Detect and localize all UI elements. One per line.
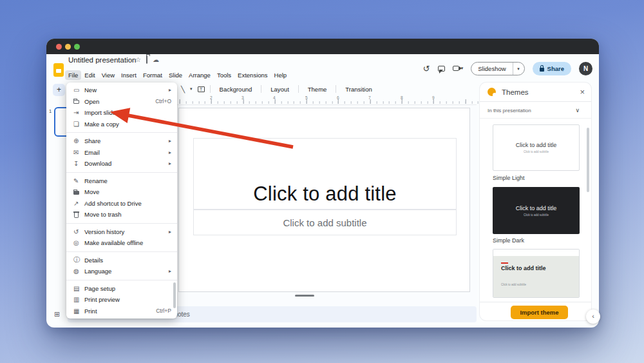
star-icon[interactable]: ☆ — [135, 56, 141, 63]
menu-item-move-to-trash[interactable]: Move to trash — [66, 209, 177, 221]
share-icon: ⊕ — [73, 137, 84, 144]
layout-button[interactable]: Layout — [267, 85, 293, 93]
line-tool-dropdown-icon[interactable]: ▾ — [190, 86, 193, 92]
theme-button[interactable]: Theme — [304, 85, 331, 93]
menu-item-details[interactable]: ⓘ Details — [66, 255, 177, 266]
google-slides-logo-icon[interactable] — [53, 63, 64, 77]
menu-item-new[interactable]: ▭ New ▸ — [66, 84, 177, 96]
menu-item-page-setup[interactable]: ▤ Page setup — [66, 283, 177, 295]
theme-card-third[interactable]: Click to add title Click to add subtitle — [493, 249, 580, 298]
header-right-controls: ↺ ▾ Slideshow ▾ Share N — [423, 54, 592, 83]
theme-card-simple-dark[interactable]: Click to add title Click to add subtitle — [493, 187, 580, 234]
menu-item-print-preview[interactable]: ▥ Print preview — [66, 294, 177, 306]
import-slides-icon: ⇥ — [73, 109, 84, 116]
move-folder-icon[interactable] — [146, 56, 147, 63]
transition-button[interactable]: Transition — [341, 85, 375, 93]
chevron-down-icon: ∨ — [575, 107, 580, 113]
theme-accent-dash — [501, 262, 508, 264]
theme-thumb-title: Click to add title — [516, 142, 557, 148]
themes-panel-header: Themes × — [480, 83, 591, 102]
menu-item-open[interactable]: Open Ctrl+O — [66, 96, 177, 108]
ruler-number: 4 — [273, 95, 276, 100]
close-window-button[interactable] — [56, 44, 62, 50]
menubar-item-edit[interactable]: Edit — [81, 70, 98, 80]
slide-editor[interactable]: Click to add title Click to add subtitle — [178, 108, 470, 292]
text-box-icon[interactable]: T — [198, 86, 205, 92]
new-slide-button[interactable]: + — [53, 84, 65, 96]
title-placeholder[interactable]: Click to add title — [193, 138, 457, 210]
menubar-item-tools[interactable]: Tools — [214, 70, 234, 80]
menu-divider — [66, 280, 177, 280]
theme-name: Simple Dark — [493, 237, 524, 244]
minimize-window-button[interactable] — [65, 44, 71, 50]
shortcut-label: Ctrl+O — [155, 98, 171, 104]
trash-icon — [73, 211, 84, 218]
menubar-item-extensions[interactable]: Extensions — [234, 70, 270, 80]
menu-item-make-available-offline[interactable]: ◎ Make available offline — [66, 237, 177, 249]
menubar-item-file[interactable]: File — [65, 70, 81, 80]
language-icon: ◍ — [73, 268, 84, 275]
toolbar-separator — [298, 85, 299, 93]
open-folder-icon — [73, 99, 84, 104]
share-button[interactable]: Share — [533, 62, 571, 75]
menu-item-make-a-copy[interactable]: ❏ Make a copy — [66, 119, 177, 130]
document-title-actions: ☆ ☁ — [135, 56, 159, 63]
menu-divider — [66, 251, 177, 252]
version-history-icon[interactable]: ↺ — [423, 64, 430, 74]
submenu-arrow-icon: ▸ — [169, 161, 171, 166]
document-title[interactable]: Untitled presentation — [68, 56, 136, 64]
print-preview-icon: ▥ — [73, 296, 84, 303]
add-shortcut-icon: ↗ — [73, 200, 84, 207]
menu-bar: File Edit View Insert Format Slide Arran… — [65, 70, 290, 80]
menu-item-rename[interactable]: ✎ Rename — [66, 175, 177, 187]
submenu-arrow-icon: ▸ — [169, 150, 171, 155]
menu-item-language[interactable]: ◍ Language ▸ — [66, 266, 177, 277]
account-avatar[interactable]: N — [579, 62, 592, 75]
grid-view-icon[interactable]: ⊞ — [54, 310, 60, 319]
file-menu: ▭ New ▸ Open Ctrl+O ⇥ Import slides ❏ Ma… — [66, 83, 177, 319]
submenu-arrow-icon: ▸ — [169, 268, 171, 274]
menu-item-version-history[interactable]: ↺ Version history ▸ — [66, 226, 177, 238]
menu-item-email[interactable]: ✉ Email ▸ — [66, 147, 177, 159]
subtitle-placeholder[interactable]: Click to add subtitle — [193, 210, 457, 235]
email-icon: ✉ — [73, 149, 84, 156]
themes-scrollbar[interactable] — [587, 128, 589, 192]
theme-card-simple-light[interactable]: Click to add title Click to add subtitle — [493, 124, 580, 171]
camera-icon — [453, 66, 459, 71]
menubar-item-format[interactable]: Format — [140, 70, 166, 80]
horizontal-ruler: 2 3 4 5 6 7 8 9 — [177, 95, 480, 104]
background-button[interactable]: Background — [216, 85, 256, 93]
cloud-status-icon[interactable]: ☁ — [153, 56, 159, 63]
menu-item-move[interactable]: Move — [66, 186, 177, 198]
menu-item-share[interactable]: ⊕ Share ▸ — [66, 135, 177, 147]
theme-name: Simple Light — [493, 175, 525, 181]
menubar-item-arrange[interactable]: Arrange — [185, 70, 214, 80]
notes-resize-handle[interactable] — [295, 295, 314, 297]
menubar-item-help[interactable]: Help — [271, 70, 290, 80]
menu-item-import-slides[interactable]: ⇥ Import slides — [66, 107, 177, 119]
palette-icon — [488, 88, 496, 96]
toolbar-separator — [336, 85, 336, 93]
themes-panel: Themes × In this presentation ∨ Click to… — [480, 83, 591, 320]
menu-item-download[interactable]: ↧ Download ▸ — [66, 158, 177, 170]
submenu-arrow-icon: ▸ — [169, 87, 171, 93]
theme-thumb-subtitle: Click to add subtitle — [501, 283, 526, 286]
collapse-panel-button[interactable]: ‹ — [586, 309, 600, 324]
import-theme-button[interactable]: Import theme — [511, 306, 568, 319]
slideshow-dropdown[interactable]: ▾ — [513, 63, 524, 75]
menubar-item-view[interactable]: View — [99, 70, 118, 80]
themes-scope-dropdown[interactable]: In this presentation ∨ — [480, 103, 591, 119]
ruler-number: 3 — [242, 95, 244, 100]
close-icon[interactable]: × — [580, 87, 585, 97]
slideshow-button[interactable]: Slideshow ▾ — [471, 62, 524, 75]
menu-item-add-shortcut-to-drive[interactable]: ↗ Add shortcut to Drive — [66, 198, 177, 210]
menu-item-print[interactable]: ▦ Print Ctrl+P — [66, 306, 177, 317]
zoom-window-button[interactable] — [74, 44, 80, 50]
comment-icon[interactable] — [438, 66, 445, 72]
menubar-item-slide[interactable]: Slide — [166, 70, 185, 80]
meet-camera-button[interactable]: ▾ — [453, 66, 464, 71]
menu-scrollbar[interactable] — [173, 282, 176, 308]
ruler-number: 5 — [305, 95, 308, 100]
line-tool-icon[interactable]: ╲ — [181, 86, 185, 93]
menubar-item-insert[interactable]: Insert — [118, 70, 140, 80]
